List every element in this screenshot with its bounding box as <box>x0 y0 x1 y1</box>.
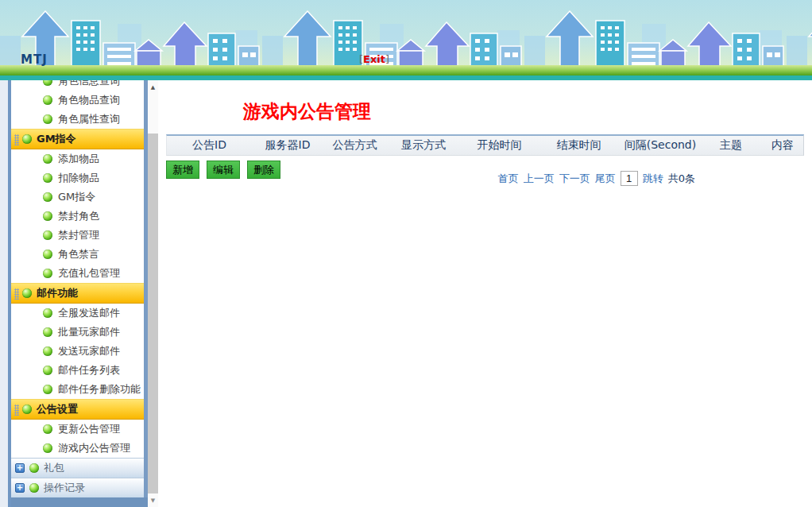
sidebar-group-gift-collapsed[interactable]: +礼包 <box>11 458 144 478</box>
exit-link[interactable]: [Exit] <box>359 53 389 65</box>
sidebar-item-label: GM指令 <box>58 190 95 204</box>
next-page-link[interactable]: 下一页 <box>559 172 590 186</box>
pagination: 首页 上一页 下一页 尾页 跳转 共0条 <box>498 171 695 186</box>
sidebar-item-label: 发送玩家邮件 <box>58 344 120 358</box>
scrollbar-thumb[interactable] <box>148 134 158 493</box>
green-orb-icon <box>43 154 52 164</box>
scroll-up-icon[interactable]: ▲ <box>148 80 158 94</box>
drag-handle-icon <box>14 288 19 300</box>
sidebar-scrollbar[interactable]: ▲ ▼ <box>148 80 158 507</box>
drag-handle-icon <box>14 404 19 416</box>
prev-page-link[interactable]: 上一页 <box>524 172 555 186</box>
column-header-announce-id: 公告ID <box>167 138 252 153</box>
sidebar-group-oplog-collapsed[interactable]: +操作记录 <box>11 478 144 497</box>
jump-link[interactable]: 跳转 <box>643 172 663 186</box>
sidebar-group-label: 操作记录 <box>44 481 85 495</box>
green-orb-icon <box>43 80 52 86</box>
green-orb-icon <box>43 211 52 221</box>
column-header-subject: 主题 <box>701 138 761 153</box>
sidebar-item-ingame-announcement[interactable]: 游戏内公告管理 <box>11 439 144 458</box>
column-header-display-mode: 显示方式 <box>386 138 461 153</box>
sidebar-item-role-attr-query[interactable]: 角色属性查询 <box>11 110 144 129</box>
sidebar-item-label: 邮件任务列表 <box>58 363 120 377</box>
sidebar-item-label: 角色属性查询 <box>58 112 120 126</box>
green-orb-icon <box>43 173 52 183</box>
delete-button[interactable]: 删除 <box>247 161 280 179</box>
sidebar-item-label: 游戏内公告管理 <box>58 441 130 455</box>
total-count-label: 共0条 <box>668 172 695 186</box>
column-header-server-id: 服务器ID <box>252 138 323 153</box>
sidebar-menu: 角色信息查询 角色物品查询 角色属性查询 GM指令 添加物品 扣除物品 GM指令… <box>11 80 148 497</box>
expand-plus-icon[interactable]: + <box>15 463 25 473</box>
green-orb-icon <box>22 288 32 298</box>
sidebar-item-gm-command[interactable]: GM指令 <box>11 188 144 207</box>
sidebar-item-mail-all[interactable]: 全服发送邮件 <box>11 304 144 323</box>
sidebar-item-label: 禁封管理 <box>58 228 99 242</box>
green-orb-icon <box>43 230 52 240</box>
green-orb-icon <box>43 95 52 105</box>
sidebar-item-role-mute[interactable]: 角色禁言 <box>11 245 144 264</box>
green-orb-icon <box>29 463 39 473</box>
green-orb-icon <box>43 269 52 278</box>
column-header-end-time: 结束时间 <box>538 138 620 153</box>
sidebar-item-add-item[interactable]: 添加物品 <box>11 149 144 168</box>
sidebar-item-label: 更新公告管理 <box>58 422 120 436</box>
sidebar-group-mail[interactable]: 邮件功能 <box>11 283 144 304</box>
edit-button[interactable]: 编辑 <box>207 161 240 179</box>
scroll-down-icon[interactable]: ▼ <box>148 493 158 507</box>
sidebar-item-label: 扣除物品 <box>58 171 99 185</box>
first-page-link[interactable]: 首页 <box>498 172 519 186</box>
green-orb-icon <box>43 308 52 318</box>
sidebar-group-label: 邮件功能 <box>37 286 78 300</box>
sidebar-group-announcement[interactable]: 公告设置 <box>11 399 144 420</box>
app-logo: MTJ <box>21 52 48 67</box>
sidebar-item-mail-player[interactable]: 发送玩家邮件 <box>11 342 144 361</box>
green-orb-icon <box>43 192 52 202</box>
city-banner: MTJ [Exit] <box>0 0 812 75</box>
sidebar-item-label: 批量玩家邮件 <box>58 325 120 339</box>
sidebar-group-label: 公告设置 <box>37 402 78 416</box>
column-header-start-time: 开始时间 <box>461 138 538 153</box>
page-title: 游戏内公告管理 <box>243 99 804 123</box>
sidebar-group-label: GM指令 <box>37 132 76 146</box>
sidebar-group-gm-command[interactable]: GM指令 <box>11 129 144 149</box>
green-orb-icon <box>22 404 32 414</box>
green-orb-icon <box>43 114 52 124</box>
sidebar-item-role-item-query[interactable]: 角色物品查询 <box>11 91 144 110</box>
add-button[interactable]: 新增 <box>166 161 199 179</box>
sidebar-item-label: 添加物品 <box>58 152 99 166</box>
sidebar-item-label: 充值礼包管理 <box>58 266 120 281</box>
green-orb-icon <box>43 327 52 337</box>
green-orb-icon <box>43 250 52 259</box>
scrollbar-track[interactable] <box>148 94 158 134</box>
column-header-announce-mode: 公告方式 <box>323 138 386 153</box>
green-orb-icon <box>43 366 52 375</box>
table-header-row: 公告ID 服务器ID 公告方式 显示方式 开始时间 结束时间 间隔(Second… <box>166 134 804 156</box>
main-content: 游戏内公告管理 公告ID 服务器ID 公告方式 显示方式 开始时间 结束时间 间… <box>158 80 812 507</box>
sidebar-item-mail-task-delete[interactable]: 邮件任务删除功能 <box>11 380 144 399</box>
green-orb-icon <box>43 385 52 394</box>
column-header-content: 内容 <box>761 138 804 153</box>
sidebar-item-mail-batch[interactable]: 批量玩家邮件 <box>11 323 144 342</box>
sidebar-item-recharge-gift-manage[interactable]: 充值礼包管理 <box>11 264 144 283</box>
exit-bracket-right: ] <box>385 53 389 65</box>
sidebar-item-mail-task-list[interactable]: 邮件任务列表 <box>11 361 144 380</box>
sidebar-item-label: 角色物品查询 <box>58 93 120 107</box>
green-orb-icon <box>43 424 52 434</box>
sidebar-item-label: 邮件任务删除功能 <box>58 382 141 397</box>
sidebar-item-label: 禁封角色 <box>58 209 99 223</box>
sidebar-item-ban-manage[interactable]: 禁封管理 <box>11 226 144 245</box>
sidebar-item-ban-role[interactable]: 禁封角色 <box>11 207 144 226</box>
sidebar-panel: 角色信息查询 角色物品查询 角色属性查询 GM指令 添加物品 扣除物品 GM指令… <box>8 80 148 507</box>
sidebar-item-update-announcement[interactable]: 更新公告管理 <box>11 420 144 439</box>
green-orb-icon <box>43 346 52 356</box>
city-skyline-illustration <box>0 0 812 75</box>
sidebar-item-label: 角色信息查询 <box>58 80 120 88</box>
column-header-interval: 间隔(Second) <box>620 138 701 153</box>
sidebar-item-deduct-item[interactable]: 扣除物品 <box>11 168 144 188</box>
page-input[interactable] <box>621 171 638 186</box>
green-orb-icon <box>29 483 39 493</box>
last-page-link[interactable]: 尾页 <box>595 172 616 186</box>
expand-plus-icon[interactable]: + <box>15 483 25 493</box>
sidebar-item-role-info-query[interactable]: 角色信息查询 <box>11 80 144 91</box>
